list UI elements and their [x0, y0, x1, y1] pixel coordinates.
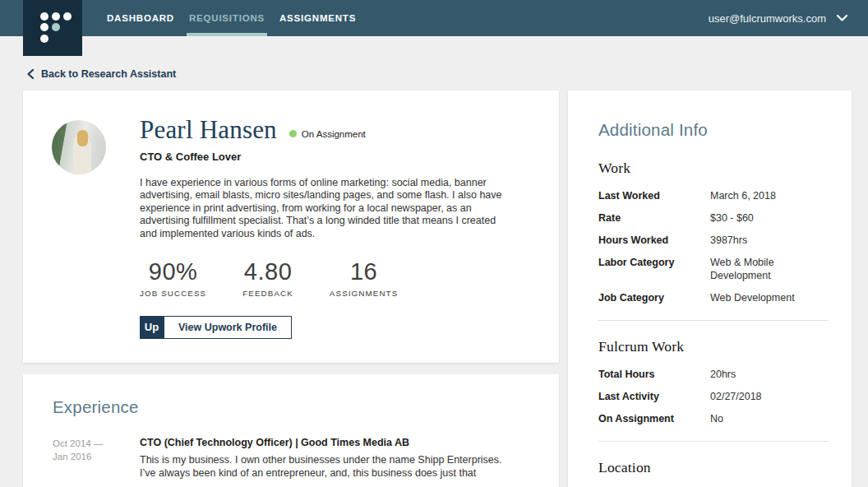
info-row: Rate $30 - $60 — [598, 211, 829, 225]
experience-entry: Oct 2014 — Jan 2016 CTO (Chief Technolog… — [53, 437, 559, 480]
fulcrum-logo-icon[interactable] — [23, 0, 82, 56]
info-value: 20hrs — [710, 368, 736, 381]
info-label: Hours Worked — [598, 234, 710, 247]
experience-dates: Oct 2014 — Jan 2016 — [53, 437, 140, 480]
back-link[interactable]: Back to Research Assistant — [27, 68, 176, 80]
info-label: Rate — [598, 211, 710, 225]
info-label: Labor Category — [598, 256, 710, 282]
logo-dot — [52, 12, 60, 21]
info-row: Total Hours 20hrs — [598, 368, 829, 381]
info-value: 02/27/2018 — [710, 390, 762, 403]
divider — [598, 320, 829, 321]
profile-card: Pearl Hansen On Assignment CTO & Coffee … — [23, 90, 559, 363]
logo-dot — [40, 12, 48, 21]
experience-date-start: Oct 2014 — — [53, 437, 140, 450]
info-label: On Assignment — [598, 412, 710, 425]
upwork-logo-icon: Up — [140, 316, 164, 339]
additional-info-card: Additional Info Work Last Worked March 6… — [568, 90, 852, 487]
status-label: On Assignment — [302, 129, 366, 139]
info-value: No — [710, 412, 723, 425]
avatar — [52, 120, 106, 174]
info-value: 3987hrs — [710, 234, 747, 247]
info-label: Total Hours — [598, 368, 710, 381]
info-value: Web Development — [710, 291, 795, 304]
profile-content: Pearl Hansen On Assignment CTO & Coffee … — [140, 115, 533, 339]
stat-job-success: 90% JOB SUCCESS — [140, 258, 206, 298]
info-value: March 6, 2018 — [710, 189, 776, 202]
experience-date-end: Jan 2016 — [53, 450, 140, 463]
section-title-fulcrum-work: Fulcrum Work — [598, 338, 829, 355]
stat-label: JOB SUCCESS — [140, 289, 206, 298]
stat-label: FEEDBACK — [242, 289, 293, 298]
view-upwork-profile-button[interactable]: View Upwork Profile — [164, 316, 292, 339]
divider — [598, 441, 829, 442]
nav-tab-dashboard[interactable]: DASHBOARD — [107, 0, 174, 36]
experience-entry-description: This is my business. I own other busines… — [140, 454, 514, 480]
info-label: Last Activity — [598, 390, 710, 403]
logo-dot — [40, 35, 48, 43]
info-label: Last Worked — [598, 189, 710, 202]
nav-tab-assignments[interactable]: ASSIGNMENTS — [279, 0, 356, 36]
logo-dot — [63, 12, 72, 21]
info-value: $30 - $60 — [710, 211, 754, 225]
info-row: Labor Category Web & Mobile Development — [598, 256, 829, 282]
stat-value: 4.80 — [242, 258, 293, 285]
app-window: DASHBOARD REQUISITIONS ASSIGNMENTS user@… — [0, 0, 868, 487]
status-badge: On Assignment — [289, 129, 366, 139]
info-row: Last Worked March 6, 2018 — [598, 189, 829, 202]
stats-row: 90% JOB SUCCESS 4.80 FEEDBACK 16 ASSIGNM… — [140, 258, 533, 298]
experience-entry-title: CTO (Chief Technology Officer) | Good Ti… — [140, 437, 514, 448]
stat-value: 16 — [330, 258, 398, 285]
experience-body: CTO (Chief Technology Officer) | Good Ti… — [140, 437, 514, 480]
user-email: user@fulcrumworks.com — [709, 12, 826, 25]
nav-tabs: DASHBOARD REQUISITIONS ASSIGNMENTS — [107, 0, 356, 36]
chevron-left-icon — [27, 69, 34, 79]
info-value: Web & Mobile Development — [710, 256, 792, 282]
profile-bio: I have experience in various forms of on… — [140, 177, 511, 241]
experience-card: Experience Oct 2014 — Jan 2016 CTO (Chie… — [23, 374, 559, 487]
nav-tab-requisitions[interactable]: REQUISITIONS — [189, 0, 265, 36]
logo-dot — [40, 23, 48, 31]
top-nav: DASHBOARD REQUISITIONS ASSIGNMENTS user@… — [0, 0, 868, 36]
profile-name: Pearl Hansen — [140, 115, 277, 145]
upwork-profile-control: Up View Upwork Profile — [140, 316, 533, 339]
back-link-label: Back to Research Assistant — [41, 68, 176, 80]
info-row: Job Category Web Development — [598, 291, 829, 304]
experience-heading: Experience — [53, 397, 559, 417]
section-title-work: Work — [598, 160, 829, 177]
info-row: Hours Worked 3987hrs — [598, 234, 829, 247]
status-dot-icon — [289, 130, 297, 137]
chevron-down-icon — [837, 15, 847, 21]
logo-dot — [52, 23, 60, 31]
section-title-location: Location — [598, 459, 829, 476]
profile-title: CTO & Coffee Lover — [140, 151, 533, 163]
user-menu[interactable]: user@fulcrumworks.com — [709, 12, 868, 25]
stat-assignments: 16 ASSIGNMENTS — [330, 258, 398, 298]
additional-info-heading: Additional Info — [598, 120, 829, 140]
stat-value: 90% — [140, 258, 206, 285]
stat-label: ASSIGNMENTS — [330, 289, 398, 298]
info-row: Last Activity 02/27/2018 — [598, 390, 829, 403]
info-label: Job Category — [598, 291, 710, 304]
info-row: On Assignment No — [598, 412, 829, 425]
stat-feedback: 4.80 FEEDBACK — [242, 258, 293, 298]
